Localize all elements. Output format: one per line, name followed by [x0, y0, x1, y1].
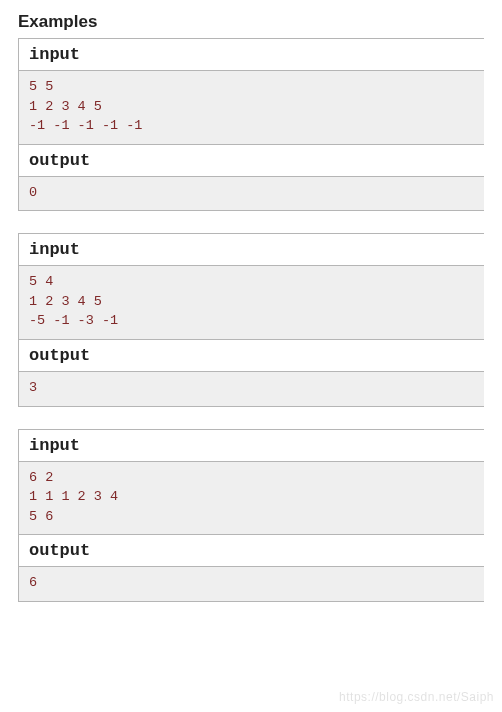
input-content: 6 2 1 1 1 2 3 4 5 6 — [19, 462, 484, 535]
examples-section: Examples input 5 5 1 2 3 4 5 -1 -1 -1 -1… — [0, 0, 484, 602]
output-content: 0 — [19, 177, 484, 211]
example-block: input 5 5 1 2 3 4 5 -1 -1 -1 -1 -1 outpu… — [18, 38, 484, 211]
example-block: input 6 2 1 1 1 2 3 4 5 6 output 6 — [18, 429, 484, 602]
input-header: input — [19, 430, 484, 462]
input-header: input — [19, 39, 484, 71]
output-header: output — [19, 340, 484, 372]
input-box: input 5 5 1 2 3 4 5 -1 -1 -1 -1 -1 — [18, 38, 484, 145]
input-header: input — [19, 234, 484, 266]
section-title: Examples — [18, 12, 484, 32]
output-content: 6 — [19, 567, 484, 601]
input-content: 5 5 1 2 3 4 5 -1 -1 -1 -1 -1 — [19, 71, 484, 144]
output-box: output 3 — [18, 339, 484, 407]
input-content: 5 4 1 2 3 4 5 -5 -1 -3 -1 — [19, 266, 484, 339]
output-box: output 0 — [18, 144, 484, 212]
output-header: output — [19, 145, 484, 177]
example-block: input 5 4 1 2 3 4 5 -5 -1 -3 -1 output 3 — [18, 233, 484, 406]
output-header: output — [19, 535, 484, 567]
input-box: input 5 4 1 2 3 4 5 -5 -1 -3 -1 — [18, 233, 484, 340]
output-box: output 6 — [18, 534, 484, 602]
output-content: 3 — [19, 372, 484, 406]
input-box: input 6 2 1 1 1 2 3 4 5 6 — [18, 429, 484, 536]
